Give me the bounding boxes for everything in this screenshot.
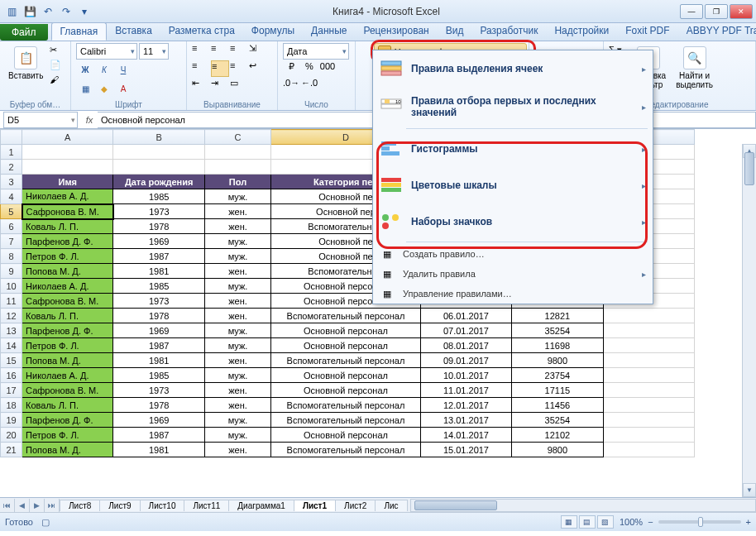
indent-inc-icon[interactable]: ⇥ <box>211 78 229 94</box>
zoom-out-icon[interactable]: − <box>648 517 653 527</box>
cell[interactable]: 1985 <box>113 189 204 204</box>
row-header[interactable]: 1 <box>1 145 22 160</box>
cell[interactable]: Попова М. Д. <box>22 353 113 368</box>
cell[interactable]: 1987 <box>113 249 204 264</box>
maximize-icon[interactable]: ❐ <box>705 4 728 19</box>
cell[interactable]: 17115 <box>512 383 603 398</box>
cell[interactable]: Основной персонал <box>271 383 421 398</box>
minimize-icon[interactable]: — <box>680 4 703 19</box>
cell[interactable]: жен. <box>204 294 270 309</box>
cell[interactable]: муж. <box>204 338 270 353</box>
zoom-percent[interactable]: 100% <box>620 517 643 527</box>
cell[interactable] <box>603 309 694 323</box>
cell[interactable]: жен. <box>204 383 270 398</box>
align-center-icon[interactable]: ≡ <box>211 60 229 77</box>
cell[interactable]: 14.01.2017 <box>420 428 511 443</box>
zoom-knob[interactable] <box>698 517 703 527</box>
cell[interactable]: 06.01.2017 <box>420 309 511 323</box>
close-icon[interactable]: ✕ <box>730 4 753 19</box>
dec-decimal-icon[interactable]: ←.0 <box>301 78 318 93</box>
cell[interactable] <box>603 368 694 383</box>
align-top-icon[interactable]: ≡ <box>192 43 210 60</box>
row-header[interactable]: 9 <box>1 264 22 279</box>
undo-icon[interactable]: ↶ <box>40 3 56 20</box>
cell[interactable]: 07.01.2017 <box>420 323 511 338</box>
cell[interactable] <box>603 443 694 457</box>
underline-icon[interactable]: Ч <box>114 61 132 78</box>
row-header[interactable]: 3 <box>1 175 22 189</box>
cell[interactable]: Парфенов Д. Ф. <box>22 234 113 249</box>
cell[interactable]: Коваль Л. П. <box>22 219 113 234</box>
row-header[interactable]: 18 <box>1 398 22 413</box>
orientation-icon[interactable]: ⇲ <box>249 43 267 60</box>
cell[interactable]: Вспомогательный персонал <box>271 398 421 413</box>
cell[interactable] <box>603 428 694 443</box>
ribbon-tab[interactable]: Главная <box>51 22 108 41</box>
bold-icon[interactable]: Ж <box>76 61 94 78</box>
cell[interactable]: Основной персонал <box>271 368 421 383</box>
cell[interactable]: 1973 <box>113 204 204 219</box>
ribbon-tab[interactable]: Разметка стра <box>160 22 243 41</box>
cell[interactable]: Парфенов Д. Ф. <box>22 323 113 338</box>
font-size-combo[interactable]: 11 <box>139 43 169 60</box>
cell[interactable]: Парфенов Д. Ф. <box>22 413 113 428</box>
cell[interactable]: Николаев А. Д. <box>22 189 113 204</box>
sheet-last-icon[interactable]: ⏭ <box>45 499 60 512</box>
cell[interactable]: 1987 <box>113 428 204 443</box>
cell[interactable]: жен. <box>204 309 270 323</box>
save-icon[interactable]: 💾 <box>22 3 38 20</box>
sheet-tab[interactable]: Лис <box>375 500 407 511</box>
row-header[interactable]: 4 <box>1 189 22 204</box>
excel-icon[interactable]: ▥ <box>3 3 20 20</box>
cell[interactable]: муж. <box>204 323 270 338</box>
ribbon-tab[interactable]: Вид <box>438 22 472 41</box>
cell[interactable]: жен. <box>204 353 270 368</box>
menu-icon-sets[interactable]: Наборы значков ▸ <box>373 203 653 240</box>
sheet-prev-icon[interactable]: ◀ <box>15 499 30 512</box>
ribbon-tab[interactable]: Вставка <box>107 22 160 41</box>
sheet-tab[interactable]: Лист2 <box>335 500 376 511</box>
cell[interactable]: Сафронова В. М. <box>22 204 113 219</box>
menu-top-bottom-rules[interactable]: 10 Правила отбора первых и последних зна… <box>373 87 653 127</box>
format-painter-icon[interactable]: 🖌 <box>50 74 65 88</box>
cell[interactable]: Коваль Л. П. <box>22 309 113 323</box>
col-header[interactable]: B <box>113 130 204 145</box>
cell[interactable]: 1981 <box>113 353 204 368</box>
cell[interactable]: 1981 <box>113 443 204 457</box>
sheet-tab[interactable]: Лист1 <box>294 500 336 511</box>
ribbon-tab[interactable]: Foxit PDF <box>617 22 677 41</box>
align-right-icon[interactable]: ≡ <box>230 60 248 77</box>
align-left-icon[interactable]: ≡ <box>192 60 210 77</box>
row-header[interactable]: 13 <box>1 323 22 338</box>
cell[interactable]: муж. <box>204 234 270 249</box>
ribbon-tab[interactable]: ABBYY PDF Tran <box>678 22 756 41</box>
cell[interactable]: Сафронова В. М. <box>22 294 113 309</box>
indent-dec-icon[interactable]: ⇤ <box>192 78 210 94</box>
macro-record-icon[interactable]: ▢ <box>41 517 50 528</box>
cell[interactable]: Николаев А. Д. <box>22 279 113 294</box>
cell[interactable]: Вспомогательный персонал <box>271 353 421 368</box>
cell[interactable]: 1973 <box>113 294 204 309</box>
menu-highlight-rules[interactable]: Правила выделения ячеек ▸ <box>373 50 653 87</box>
cell[interactable]: 1978 <box>113 398 204 413</box>
paste-button[interactable]: 📋 Вставить <box>5 43 46 84</box>
percent-icon[interactable]: % <box>301 61 318 76</box>
cell[interactable]: Вспомогательный персонал <box>271 443 421 457</box>
row-header[interactable]: 12 <box>1 309 22 323</box>
row-header[interactable]: 14 <box>1 338 22 353</box>
ribbon-tab[interactable]: Рецензирован <box>355 22 437 41</box>
fill-color-icon[interactable]: ◆ <box>95 80 113 97</box>
cell[interactable]: 1981 <box>113 264 204 279</box>
menu-new-rule[interactable]: ▦ Создать правило… <box>373 244 653 264</box>
cell[interactable]: жен. <box>204 264 270 279</box>
cell[interactable]: 11456 <box>512 398 603 413</box>
row-header[interactable]: 8 <box>1 249 22 264</box>
row-header[interactable]: 5 <box>1 204 22 219</box>
sheet-first-icon[interactable]: ⏮ <box>0 499 15 512</box>
cell[interactable]: 1985 <box>113 368 204 383</box>
view-normal-icon[interactable]: ▦ <box>561 515 577 529</box>
sheet-tab[interactable]: Лист9 <box>99 500 140 511</box>
cell[interactable]: жен. <box>204 204 270 219</box>
sheet-tab[interactable]: Диаграмма1 <box>228 500 294 511</box>
view-layout-icon[interactable]: ▤ <box>579 515 596 529</box>
